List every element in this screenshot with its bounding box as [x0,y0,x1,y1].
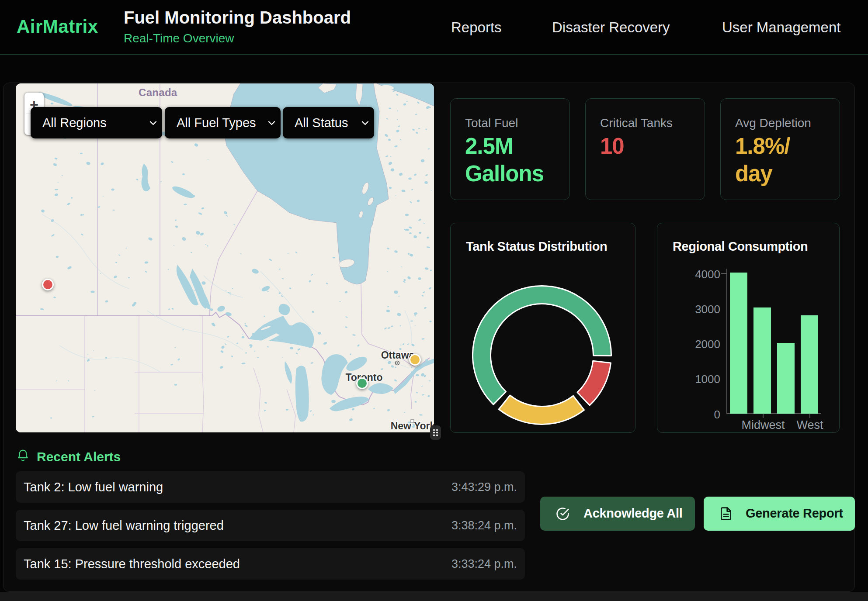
svg-text:Canada: Canada [139,86,177,98]
